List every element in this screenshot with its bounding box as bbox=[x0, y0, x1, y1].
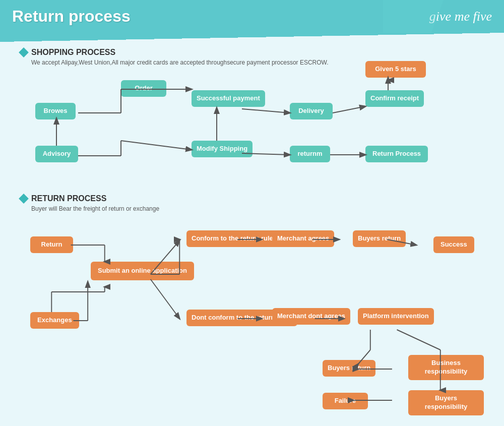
main-content: SHOPPING PROCESS We accept Alipay,West U… bbox=[0, 33, 504, 426]
payment-box: Successful payment bbox=[192, 90, 265, 107]
shopping-flow-area: Browes Order Successful payment Delivery… bbox=[20, 75, 484, 186]
failure-box: Failure bbox=[323, 393, 368, 409]
diamond-icon-2 bbox=[19, 194, 29, 204]
delivery-box: Delivery bbox=[290, 103, 333, 119]
given5-box: Given 5 stars bbox=[365, 61, 426, 78]
business-box: Business responsibility bbox=[408, 355, 484, 380]
return-subtext: Buyer will Bear the freight of return or… bbox=[31, 205, 484, 212]
shopping-flow: Browes Order Successful payment Delivery… bbox=[20, 75, 484, 186]
advisory-box: Advisory bbox=[35, 146, 78, 162]
shopping-heading: SHOPPING PROCESS bbox=[20, 48, 484, 57]
header: Return process give me five bbox=[0, 0, 504, 33]
svg-line-40 bbox=[397, 330, 440, 350]
svg-line-7 bbox=[242, 109, 290, 113]
exchanges-box: Exchanges bbox=[30, 312, 79, 329]
buyers-return1-box: Buyers return bbox=[353, 230, 406, 247]
merchant-dont-box: Merchant dont agrees bbox=[272, 308, 350, 325]
svg-line-13 bbox=[121, 141, 192, 150]
platform-box: Platform intervention bbox=[358, 308, 434, 325]
svg-line-34 bbox=[151, 279, 180, 319]
returnm-box: returnm bbox=[290, 146, 330, 162]
returnp-box: Return Process bbox=[365, 146, 428, 162]
browes-box: Browes bbox=[35, 103, 76, 119]
success-box: Success bbox=[433, 236, 474, 253]
buyers-resp-box: Buyers responsibility bbox=[408, 390, 484, 415]
confirm-box: Confirm receipt bbox=[365, 90, 424, 107]
diamond-icon bbox=[19, 47, 29, 57]
header-decoration bbox=[383, 0, 444, 33]
svg-line-8 bbox=[333, 106, 365, 113]
page-title: Return process bbox=[12, 7, 131, 26]
conform-box: Conform to the return rules bbox=[186, 230, 282, 247]
buyers-return2-box: Buyers return bbox=[323, 360, 375, 377]
merchant-agrees-box: Merchant agrees bbox=[272, 230, 334, 247]
order-box: Order bbox=[121, 80, 166, 97]
submit-box: Submit an online application bbox=[91, 262, 194, 280]
return-flow-area: Return Submit an online application Conf… bbox=[20, 221, 484, 423]
modify-box: Modify Shipping bbox=[192, 141, 253, 157]
return-box: Return bbox=[30, 236, 73, 253]
return-heading: RETURN PROCESS bbox=[20, 194, 484, 203]
